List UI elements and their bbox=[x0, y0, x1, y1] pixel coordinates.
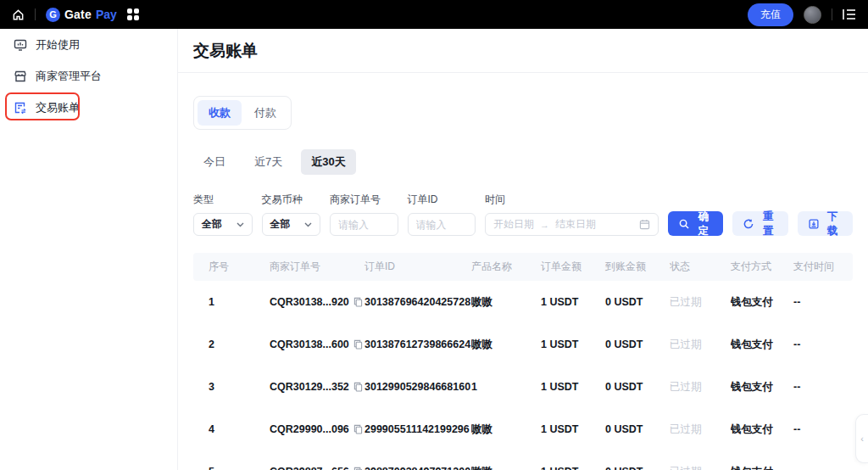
home-icon[interactable] bbox=[12, 8, 25, 21]
logo-text-gate: Gate bbox=[64, 8, 92, 21]
sidebar-item-transaction-bill[interactable]: 交易账单 bbox=[0, 92, 177, 123]
cell-product: 1 bbox=[471, 381, 541, 393]
filter-merchant-order: 商家订单号 bbox=[330, 193, 398, 236]
cell-value: CQR29990...096 bbox=[270, 423, 349, 435]
cell-index: 1 bbox=[209, 296, 270, 308]
logo-text-pay: Pay bbox=[96, 8, 117, 21]
filter-currency-label: 交易币种 bbox=[262, 193, 321, 207]
cell-amount: 1 USDT bbox=[541, 296, 605, 308]
cell-merchant-order: CQR29990...096 bbox=[270, 423, 364, 435]
copy-icon[interactable] bbox=[353, 297, 363, 307]
date-filter-7days[interactable]: 近7天 bbox=[244, 149, 292, 175]
search-icon bbox=[679, 219, 689, 229]
table-row: 2CQR30138...600301387612739866624嗷嗷1 USD… bbox=[193, 323, 853, 366]
cell-value: -- bbox=[793, 423, 800, 435]
cell-value: 0 USDT bbox=[605, 339, 643, 350]
copy-icon[interactable] bbox=[353, 424, 363, 434]
cell-value: 0 USDT bbox=[605, 423, 643, 435]
cell-status: 已过期 bbox=[670, 465, 731, 470]
copy-icon[interactable] bbox=[353, 339, 363, 350]
merchant-order-input[interactable] bbox=[338, 219, 389, 231]
confirm-button[interactable]: 确定 bbox=[668, 211, 723, 236]
cell-order-id: 301387696420425728 bbox=[364, 296, 471, 308]
date-filter-today[interactable]: 今日 bbox=[193, 149, 236, 175]
filter-order-id: 订单ID bbox=[408, 193, 476, 236]
panel-collapse-handle[interactable]: ‹ bbox=[855, 414, 868, 463]
table-row: 3CQR30129...35230129905298466816011 USDT… bbox=[193, 366, 853, 408]
cell-index: 2 bbox=[209, 339, 270, 350]
cell-paid-time: -- bbox=[793, 423, 853, 435]
refresh-icon bbox=[743, 219, 754, 229]
filter-currency: 交易币种 全部 bbox=[262, 193, 321, 236]
cell-value: 钱包支付 bbox=[731, 422, 773, 437]
storefront-icon bbox=[14, 70, 27, 83]
cell-value: 钱包支付 bbox=[731, 380, 773, 394]
table-header: 序号商家订单号订单ID产品名称订单金额到账金额状态支付方式支付时间 bbox=[193, 253, 853, 281]
order-id-input[interactable] bbox=[416, 219, 467, 231]
filter-merchant-order-label: 商家订单号 bbox=[330, 193, 398, 207]
column-header: 订单ID bbox=[364, 260, 471, 274]
recharge-button[interactable]: 充值 bbox=[748, 3, 793, 26]
cell-value: 301299052984668160 bbox=[364, 381, 470, 393]
cell-value: 3 bbox=[209, 381, 214, 393]
column-header: 商家订单号 bbox=[270, 260, 364, 274]
merchant-order-field bbox=[330, 213, 398, 236]
cell-value: 1 USDT bbox=[541, 423, 578, 435]
cell-paid-time: -- bbox=[793, 466, 853, 470]
tab-receive[interactable]: 收款 bbox=[198, 100, 242, 126]
copy-icon[interactable] bbox=[353, 467, 363, 470]
cell-merchant-order: CQR30138...920 bbox=[270, 296, 364, 308]
download-icon bbox=[809, 219, 819, 229]
filter-time: 时间 开始日期 → 结束日期 bbox=[485, 193, 659, 236]
date-range-field[interactable]: 开始日期 → 结束日期 bbox=[485, 213, 659, 236]
cell-product: 嗷嗷 bbox=[471, 465, 541, 470]
cell-index: 3 bbox=[209, 381, 270, 393]
cell-value: CQR30138...600 bbox=[270, 339, 349, 350]
sidebar-item-merchant-platform[interactable]: 商家管理平台 bbox=[0, 60, 177, 92]
column-header: 支付方式 bbox=[731, 260, 793, 274]
cell-received: 0 USDT bbox=[605, 381, 670, 393]
avatar[interactable] bbox=[804, 6, 821, 24]
cell-order-id: 299905511142199296 bbox=[364, 423, 471, 435]
cell-value: 1 USDT bbox=[541, 381, 578, 393]
apps-grid-icon[interactable] bbox=[127, 8, 139, 20]
get-started-icon bbox=[14, 38, 27, 52]
column-header: 到账金额 bbox=[605, 260, 670, 274]
download-button-label: 下载 bbox=[824, 210, 842, 238]
download-button[interactable]: 下载 bbox=[798, 211, 853, 236]
navbar-left: G Gate Pay bbox=[12, 8, 139, 22]
cell-method: 钱包支付 bbox=[731, 465, 793, 470]
cell-value: -- bbox=[793, 466, 800, 470]
date-filter-30days[interactable]: 近30天 bbox=[301, 149, 355, 175]
cell-paid-time: -- bbox=[793, 339, 853, 350]
calendar-icon bbox=[639, 219, 650, 230]
sidebar-item-get-started[interactable]: 开始使用 bbox=[0, 29, 177, 60]
navbar-divider bbox=[35, 8, 36, 20]
gate-logo-icon: G bbox=[46, 8, 60, 22]
gatepay-logo[interactable]: G Gate Pay bbox=[46, 8, 117, 22]
cell-method: 钱包支付 bbox=[731, 422, 793, 437]
main-panel: 交易账单 收款 付款 今日 近7天 近30天 类型 全部 交易币种 bbox=[178, 29, 868, 470]
menu-icon[interactable] bbox=[843, 8, 856, 20]
cell-order-id: 301299052984668160 bbox=[364, 381, 471, 393]
cell-value: 嗷嗷 bbox=[471, 295, 492, 310]
filter-row: 类型 全部 交易币种 全部 商家订单号 bbox=[193, 193, 853, 236]
tab-pay[interactable]: 付款 bbox=[243, 100, 287, 126]
currency-select[interactable]: 全部 bbox=[262, 213, 321, 236]
sidebar-item-label: 商家管理平台 bbox=[36, 69, 102, 84]
cell-paid-time: -- bbox=[793, 381, 853, 393]
transactions-table: 序号商家订单号订单ID产品名称订单金额到账金额状态支付方式支付时间 1CQR30… bbox=[193, 253, 853, 470]
cell-value: 1 bbox=[471, 381, 477, 393]
cell-merchant-order: CQR29887...656 bbox=[270, 466, 364, 470]
table-body: 1CQR30138...920301387696420425728嗷嗷1 USD… bbox=[193, 281, 853, 470]
copy-icon[interactable] bbox=[353, 382, 363, 392]
cell-value: CQR29887...656 bbox=[270, 466, 349, 470]
type-select[interactable]: 全部 bbox=[193, 213, 253, 236]
cell-value: 已过期 bbox=[670, 465, 702, 470]
order-id-field bbox=[408, 213, 476, 236]
reset-button[interactable]: 重置 bbox=[732, 211, 787, 236]
sidebar-item-label: 开始使用 bbox=[36, 37, 80, 53]
column-header: 订单金额 bbox=[541, 260, 605, 274]
cell-value: 1 bbox=[209, 296, 214, 308]
cell-received: 0 USDT bbox=[605, 339, 670, 350]
